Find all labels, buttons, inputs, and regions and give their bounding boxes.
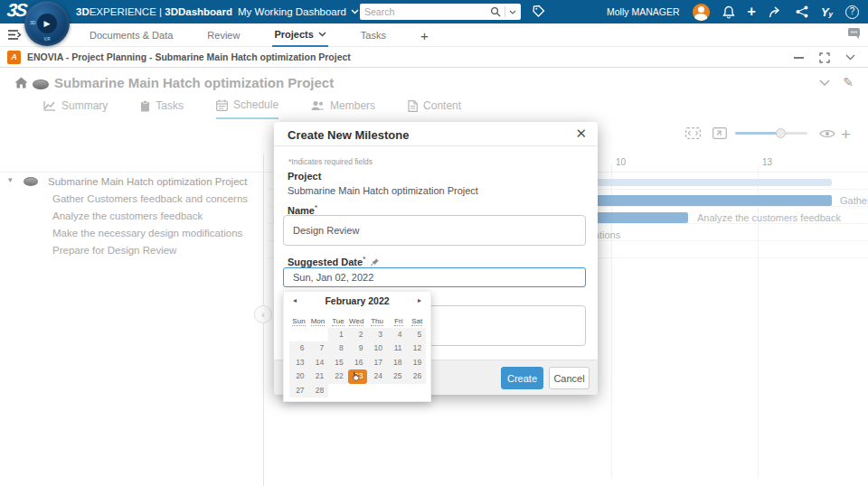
notifications-bell-icon[interactable] xyxy=(722,5,735,19)
calendar-day[interactable]: 19 xyxy=(407,356,427,370)
home-icon[interactable] xyxy=(14,77,28,89)
add-milestone-icon[interactable]: + xyxy=(841,125,851,145)
compass-play-icon[interactable]: ▶ xyxy=(37,14,57,33)
calendar-day[interactable]: 4 xyxy=(387,328,407,342)
tab-schedule[interactable]: Schedule xyxy=(216,98,278,119)
cancel-button[interactable]: Cancel xyxy=(549,367,590,389)
file-icon xyxy=(408,100,418,112)
tab-content[interactable]: Content xyxy=(408,98,461,119)
minimize-icon[interactable] xyxy=(794,57,804,59)
add-content-icon[interactable]: + xyxy=(748,5,756,19)
calendar-day-name: Thu xyxy=(367,313,387,328)
calendar-day-name: Wed xyxy=(348,313,368,328)
maximize-icon[interactable] xyxy=(819,52,830,63)
expand-view-icon[interactable] xyxy=(712,127,727,139)
calendar-day-name: Tue xyxy=(328,313,348,328)
calendar-day[interactable]: 6 xyxy=(289,341,309,356)
calendar-day[interactable]: 9 xyxy=(348,341,368,356)
calendar-next-month-icon[interactable]: ▸ xyxy=(418,296,421,304)
calendar-day[interactable]: 14 xyxy=(309,356,329,370)
tree-item-make-the-necessary-design-modifications[interactable]: Make the necessary design modifications xyxy=(52,225,242,242)
calendar-day[interactable]: 2 xyxy=(348,328,368,342)
calendar-day[interactable]: 3 xyxy=(367,328,387,342)
tree-root-row[interactable]: ▾ Submarine Main Hatch optimization Proj… xyxy=(0,173,263,191)
tree-collapse-caret-icon[interactable]: ▾ xyxy=(8,175,13,184)
search-input[interactable] xyxy=(364,6,486,17)
calendar-day-name: Fri xyxy=(387,313,407,328)
edit-pencil-icon[interactable]: ✎ xyxy=(843,75,854,89)
comments-icon[interactable] xyxy=(847,27,861,39)
calendar-day[interactable]: 20 xyxy=(289,369,309,384)
share-network-icon[interactable] xyxy=(796,5,808,18)
calendar-day[interactable]: 13 xyxy=(289,356,309,370)
name-label: Name* xyxy=(288,203,317,216)
tab-summary[interactable]: Summary xyxy=(43,98,108,119)
calendar-day[interactable]: 24 xyxy=(367,369,387,384)
calendar-day[interactable]: 22 xyxy=(328,369,348,384)
calendar-day[interactable]: 7 xyxy=(309,341,329,356)
compass-icon[interactable]: 3D ▶ V,R xyxy=(24,1,70,46)
help-icon[interactable]: ? xyxy=(845,5,859,19)
gantt-tick-label: 13 xyxy=(762,157,772,167)
calendar-day-selected[interactable]: 23 xyxy=(348,369,368,384)
calendar-day[interactable]: 17 xyxy=(367,356,387,370)
user-avatar[interactable] xyxy=(693,4,710,21)
calendar-day[interactable]: 8 xyxy=(328,341,348,356)
calendar-day[interactable]: 25 xyxy=(387,369,407,384)
calendar-day[interactable]: 21 xyxy=(309,369,329,384)
calendar-day[interactable]: 16 xyxy=(348,356,368,370)
tree-item-analyze-the-customers-feedback[interactable]: Analyze the customers feedback xyxy=(52,208,203,225)
calendar-day[interactable]: 27 xyxy=(289,384,309,398)
calendar-day[interactable]: 11 xyxy=(387,341,407,356)
user-name[interactable]: Molly MANAGER xyxy=(607,6,680,17)
fit-to-window-icon[interactable] xyxy=(685,127,701,139)
tab-tasks[interactable]: Tasks xyxy=(140,98,184,119)
dashboard-name: My Working Dashboard xyxy=(238,6,346,17)
zoom-slider-fill xyxy=(735,132,780,135)
dashboard-selector[interactable]: My Working Dashboard xyxy=(238,6,359,17)
calendar-day[interactable]: 12 xyxy=(407,341,427,356)
suggested-date-input[interactable] xyxy=(283,267,586,287)
tag-icon[interactable] xyxy=(532,5,545,18)
create-button[interactable]: Create xyxy=(501,367,543,389)
panel-toggle-icon[interactable] xyxy=(7,29,22,41)
close-icon[interactable]: ✕ xyxy=(575,126,587,142)
zoom-slider-thumb[interactable] xyxy=(776,128,786,138)
title-chevron-icon[interactable] xyxy=(819,79,830,87)
nav-tab-review[interactable]: Review xyxy=(205,23,241,47)
calendar-day xyxy=(348,384,368,398)
share-arrow-icon[interactable] xyxy=(769,6,783,18)
nav-tab-projects[interactable]: Projects xyxy=(272,23,327,47)
zoom-slider[interactable] xyxy=(735,132,807,135)
nav-tab-add[interactable]: + xyxy=(419,23,430,47)
search-icon[interactable] xyxy=(490,6,501,17)
calendar-day[interactable]: 26 xyxy=(407,369,427,384)
calendar-day[interactable]: 5 xyxy=(407,328,427,342)
name-input[interactable] xyxy=(283,215,586,246)
calendar-day-name: Sun xyxy=(289,313,309,328)
calendar-day xyxy=(328,384,348,398)
nav-tab-label: Projects xyxy=(274,29,313,40)
visibility-eye-icon[interactable] xyxy=(819,128,835,139)
calendar-day[interactable]: 18 xyxy=(387,356,407,370)
gantt-tick-label: 10 xyxy=(616,157,626,167)
calendar-day[interactable]: 15 xyxy=(328,356,348,370)
chevron-down-icon xyxy=(318,32,326,37)
calendar-day[interactable]: 10 xyxy=(367,341,387,356)
swym-icon[interactable]: Yy xyxy=(821,5,833,19)
required-marker: * xyxy=(363,255,365,263)
nav-tab-documents-data[interactable]: Documents & Data xyxy=(88,23,175,47)
project-value: Submarine Main Hatch optimization Projec… xyxy=(288,185,478,196)
calendar-day[interactable]: 1 xyxy=(328,328,348,342)
pushpin-icon[interactable] xyxy=(370,257,380,267)
widget-menu-chevron-icon[interactable] xyxy=(845,54,855,61)
tree-item-prepare-for-design-review[interactable]: Prepare for Design Review xyxy=(52,242,176,259)
tree-item-gather-customers-feedback-and-concerns[interactable]: Gather Customers feedback and concerns xyxy=(52,191,248,208)
clipboard-icon xyxy=(140,100,150,112)
calendar-day[interactable]: 28 xyxy=(309,384,329,398)
cursor-hand-icon xyxy=(350,370,361,383)
nav-tab-tasks[interactable]: Tasks xyxy=(359,23,388,47)
required-marker: * xyxy=(315,203,317,211)
tab-members[interactable]: Members xyxy=(311,98,375,119)
search-options-chevron-icon[interactable] xyxy=(509,10,516,14)
